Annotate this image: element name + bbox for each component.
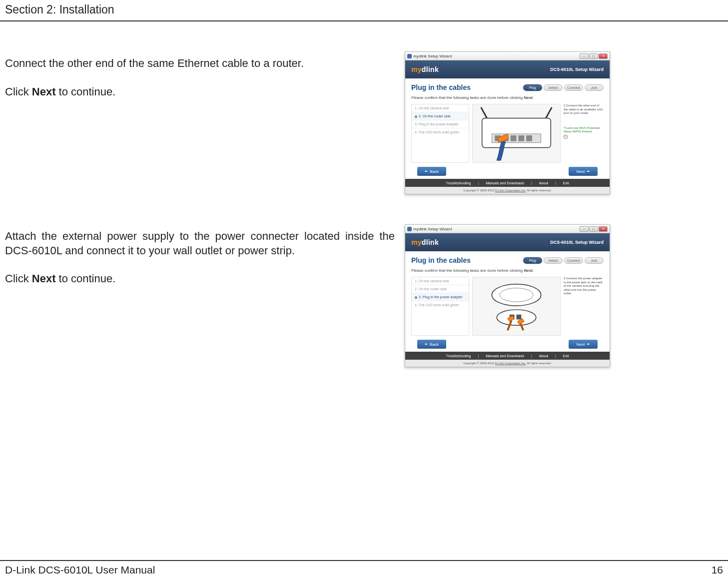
task-item-active: 2. On the router side bbox=[412, 112, 469, 120]
router-illustration bbox=[472, 104, 561, 163]
task-item: 4. The LED turns solid green bbox=[412, 301, 469, 309]
window-close-button[interactable]: ✕ bbox=[599, 53, 608, 59]
svg-line-7 bbox=[481, 107, 487, 118]
task-item: 3. Plug in the power adapter bbox=[412, 120, 469, 128]
footer-link-about[interactable]: About bbox=[532, 181, 555, 185]
next-button[interactable]: Next➡ bbox=[569, 340, 598, 349]
wizard-heading: Plug in the cables bbox=[411, 83, 471, 91]
wizard-subtext: Please confirm that the following tasks … bbox=[411, 95, 604, 100]
hint-text: 3.Connect the power adapter to the power… bbox=[564, 277, 604, 336]
camera-svg bbox=[473, 277, 560, 335]
window-title: mydlink Setup Wizard bbox=[413, 227, 452, 231]
arrow-left-icon: ⬅ bbox=[425, 169, 428, 173]
step-pill-plug[interactable]: Plug bbox=[523, 257, 542, 264]
svg-rect-14 bbox=[517, 315, 522, 320]
task-list: 1. On the camera side 2. On the router s… bbox=[411, 104, 469, 163]
step-pill-plug[interactable]: Plug bbox=[523, 84, 542, 91]
app-icon bbox=[407, 227, 412, 231]
wizard-footer-links: Troubleshooting| Manuals and Downloads| … bbox=[405, 352, 610, 360]
text-block-2: Attach the external power supply to the … bbox=[5, 224, 395, 300]
wizard-screenshot-power: mydlink Setup Wizard — ▢ ✕ mydlink DCS-6… bbox=[405, 224, 610, 367]
back-button[interactable]: ⬅Back bbox=[417, 167, 446, 176]
window-titlebar: mydlink Setup Wizard — ▢ ✕ bbox=[405, 52, 610, 60]
svg-rect-6 bbox=[526, 135, 532, 141]
mydlink-logo: mydlink bbox=[411, 65, 439, 73]
app-icon bbox=[407, 54, 412, 58]
footer-link-troubleshooting[interactable]: Troubleshooting bbox=[439, 181, 478, 185]
task-list: 1. On the camera side 2. On the router s… bbox=[411, 277, 469, 336]
click-next-text: Click Next to continue. bbox=[5, 272, 395, 286]
window-title: mydlink Setup Wizard bbox=[413, 54, 452, 58]
next-button[interactable]: Next➡ bbox=[569, 167, 598, 176]
step-pills: Plug Select Connect Join bbox=[523, 84, 604, 91]
task-item: 2. On the router side bbox=[412, 285, 469, 293]
arrow-left-icon: ⬅ bbox=[425, 342, 428, 346]
arrow-right-icon: ➡ bbox=[587, 169, 590, 173]
task-item: 1. On the camera side bbox=[412, 277, 469, 285]
window-minimize-button[interactable]: — bbox=[580, 53, 589, 59]
svg-rect-4 bbox=[511, 135, 517, 141]
window-titlebar: mydlink Setup Wizard — ▢ ✕ bbox=[405, 225, 610, 233]
wizard-topbar: mydlink DCS-6010L Setup Wizard bbox=[405, 60, 610, 78]
mydlink-logo: mydlink bbox=[411, 238, 439, 246]
section-title: Section 2: Installation bbox=[5, 3, 114, 16]
step-pill-join[interactable]: Join bbox=[585, 84, 604, 91]
window-minimize-button[interactable]: — bbox=[580, 226, 589, 232]
step-pill-select[interactable]: Select bbox=[544, 84, 563, 91]
footer-link-manuals[interactable]: Manuals and Downloads bbox=[479, 181, 531, 185]
page-header: Section 2: Installation bbox=[0, 0, 728, 21]
router-svg bbox=[473, 104, 560, 162]
step-pill-select[interactable]: Select bbox=[544, 257, 563, 264]
content-row-1: Connect the other end of the same Ethern… bbox=[0, 51, 728, 194]
svg-point-10 bbox=[492, 284, 541, 306]
wizard-topbar: mydlink DCS-6010L Setup Wizard bbox=[405, 233, 610, 251]
wizard-heading: Plug in the cables bbox=[411, 256, 471, 264]
svg-rect-5 bbox=[518, 135, 524, 141]
step-pill-join[interactable]: Join bbox=[585, 257, 604, 264]
footer-link-troubleshooting[interactable]: Troubleshooting bbox=[439, 354, 478, 358]
wizard-footer-links: Troubleshooting| Manuals and Downloads| … bbox=[405, 179, 610, 187]
svg-line-8 bbox=[546, 107, 552, 118]
footer-link-about[interactable]: About bbox=[532, 354, 555, 358]
task-item: 4. The LED turns solid green bbox=[412, 128, 469, 136]
footer-link-manuals[interactable]: Manuals and Downloads bbox=[479, 354, 531, 358]
hint-text: 2.Connect the other end of the cable to … bbox=[564, 104, 604, 163]
footer-link-exit[interactable]: Exit bbox=[556, 354, 576, 358]
instruction-text: Attach the external power supply to the … bbox=[5, 229, 395, 258]
camera-power-illustration bbox=[472, 277, 561, 336]
instruction-text: Connect the other end of the same Ethern… bbox=[5, 56, 395, 71]
help-icon[interactable]: ? bbox=[564, 135, 568, 139]
window-close-button[interactable]: ✕ bbox=[599, 226, 608, 232]
window-maximize-button[interactable]: ▢ bbox=[589, 226, 598, 232]
wizard-copyright: Copyright © 2009-2012 D-Link Corporation… bbox=[405, 360, 610, 367]
wizard-product-name: DCS-6010L Setup Wizard bbox=[550, 240, 604, 245]
content-row-2: Attach the external power supply to the … bbox=[0, 224, 728, 367]
task-item: 1. On the camera side bbox=[412, 104, 469, 112]
wizard-product-name: DCS-6010L Setup Wizard bbox=[550, 67, 604, 72]
arrow-right-icon: ➡ bbox=[587, 342, 590, 346]
back-button[interactable]: ⬅Back bbox=[417, 340, 446, 349]
task-item-active: 3. Plug in the power adapter bbox=[412, 293, 469, 301]
svg-rect-0 bbox=[482, 118, 551, 148]
wizard-copyright: Copyright © 2009-2012 D-Link Corporation… bbox=[405, 187, 610, 194]
click-next-text: Click Next to continue. bbox=[5, 85, 395, 99]
wps-note: *Could use Wi-Fi Protected Setup (WPS) i… bbox=[564, 126, 604, 134]
step-pill-connect[interactable]: Connect bbox=[564, 257, 583, 264]
step-pill-connect[interactable]: Connect bbox=[564, 84, 583, 91]
step-pills: Plug Select Connect Join bbox=[523, 257, 604, 264]
wizard-subtext: Please confirm that the following tasks … bbox=[411, 268, 604, 273]
page-number: 16 bbox=[712, 564, 723, 576]
manual-title: D-Link DCS-6010L User Manual bbox=[5, 564, 155, 576]
text-block-1: Connect the other end of the same Ethern… bbox=[5, 51, 395, 113]
window-maximize-button[interactable]: ▢ bbox=[589, 53, 598, 59]
wizard-screenshot-router: mydlink Setup Wizard — ▢ ✕ mydlink DCS-6… bbox=[405, 51, 610, 194]
page-footer: D-Link DCS-6010L User Manual 16 bbox=[0, 560, 728, 576]
footer-link-exit[interactable]: Exit bbox=[556, 181, 576, 185]
